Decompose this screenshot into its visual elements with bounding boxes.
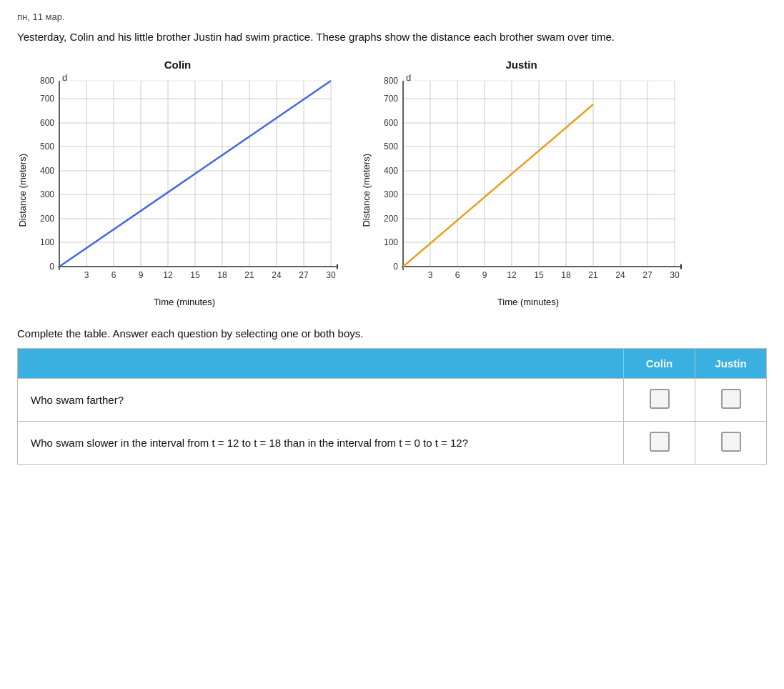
colin-checkbox-2[interactable] bbox=[650, 432, 670, 452]
colin-checkbox-1[interactable] bbox=[650, 389, 670, 409]
svg-text:200: 200 bbox=[384, 214, 398, 224]
svg-text:15: 15 bbox=[534, 270, 544, 280]
svg-text:400: 400 bbox=[40, 166, 54, 176]
svg-text:30: 30 bbox=[326, 270, 336, 280]
colin-y-axis-label: Distance (meters) bbox=[17, 154, 28, 227]
svg-text:3: 3 bbox=[84, 270, 89, 280]
svg-text:800: 800 bbox=[40, 76, 54, 86]
svg-text:0: 0 bbox=[49, 262, 54, 272]
svg-text:800: 800 bbox=[384, 76, 398, 86]
question-1-cell: Who swam farther? bbox=[18, 378, 624, 421]
colin-checkbox-1-cell bbox=[624, 378, 695, 421]
table-header-question bbox=[18, 348, 624, 378]
colin-graph-container: Colin Distance (meters) bbox=[17, 59, 338, 307]
justin-svg: d 0 100 200 300 400 500 600 700 800 3 6 … bbox=[374, 74, 682, 295]
question-2-cell: Who swam slower in the interval from t =… bbox=[18, 421, 624, 464]
svg-text:27: 27 bbox=[299, 270, 309, 280]
svg-text:d: d bbox=[406, 74, 411, 83]
justin-checkbox-1[interactable] bbox=[721, 389, 741, 409]
svg-text:12: 12 bbox=[507, 270, 517, 280]
svg-text:24: 24 bbox=[272, 270, 282, 280]
svg-text:600: 600 bbox=[384, 118, 398, 128]
colin-graph-inner: d 0 100 200 300 400 500 600 700 800 3 6 … bbox=[31, 74, 338, 307]
svg-text:30: 30 bbox=[670, 270, 680, 280]
colin-x-axis-label: Time (minutes) bbox=[31, 297, 338, 307]
svg-text:15: 15 bbox=[190, 270, 200, 280]
justin-graph-title: Justin bbox=[505, 59, 537, 71]
svg-text:18: 18 bbox=[217, 270, 227, 280]
justin-checkbox-2-cell bbox=[695, 421, 767, 464]
justin-graph-container: Justin Distance (meters) bbox=[361, 59, 682, 307]
svg-text:12: 12 bbox=[163, 270, 173, 280]
date-label: пн, 11 мар. bbox=[17, 11, 767, 22]
svg-marker-67 bbox=[680, 264, 682, 269]
svg-text:6: 6 bbox=[111, 270, 116, 280]
svg-text:21: 21 bbox=[244, 270, 254, 280]
colin-checkbox-2-cell bbox=[624, 421, 695, 464]
svg-text:700: 700 bbox=[384, 94, 398, 104]
table-header-row: Colin Justin bbox=[18, 348, 767, 378]
svg-text:300: 300 bbox=[384, 189, 398, 199]
svg-text:200: 200 bbox=[40, 214, 54, 224]
justin-x-axis-label: Time (minutes) bbox=[374, 297, 682, 307]
svg-text:100: 100 bbox=[40, 237, 54, 247]
svg-text:21: 21 bbox=[588, 270, 598, 280]
justin-graph-wrap: Distance (meters) bbox=[361, 74, 682, 307]
svg-text:3: 3 bbox=[428, 270, 433, 280]
svg-text:6: 6 bbox=[455, 270, 460, 280]
table-header-justin: Justin bbox=[695, 348, 767, 378]
svg-text:27: 27 bbox=[642, 270, 652, 280]
justin-graph-inner: d 0 100 200 300 400 500 600 700 800 3 6 … bbox=[374, 74, 682, 307]
justin-checkbox-1-cell bbox=[695, 378, 767, 421]
svg-text:18: 18 bbox=[561, 270, 571, 280]
svg-text:100: 100 bbox=[384, 237, 398, 247]
answer-table: Colin Justin Who swam farther? Who swam … bbox=[17, 348, 767, 465]
svg-text:300: 300 bbox=[40, 189, 54, 199]
table-row: Who swam slower in the interval from t =… bbox=[18, 421, 767, 464]
graphs-row: Colin Distance (meters) bbox=[17, 59, 767, 307]
svg-text:d: d bbox=[62, 74, 67, 83]
svg-text:500: 500 bbox=[40, 142, 54, 152]
svg-text:0: 0 bbox=[393, 262, 398, 272]
svg-text:9: 9 bbox=[139, 270, 144, 280]
question-intro-text: Complete the table. Answer each question… bbox=[17, 327, 767, 339]
svg-text:600: 600 bbox=[40, 118, 54, 128]
svg-text:700: 700 bbox=[40, 94, 54, 104]
table-header-colin: Colin bbox=[624, 348, 695, 378]
justin-y-axis-label: Distance (meters) bbox=[361, 154, 372, 227]
svg-text:500: 500 bbox=[384, 142, 398, 152]
svg-text:400: 400 bbox=[384, 166, 398, 176]
intro-text: Yesterday, Colin and his little brother … bbox=[17, 29, 660, 46]
colin-graph-wrap: Distance (meters) bbox=[17, 74, 338, 307]
colin-svg: d 0 100 200 300 400 500 600 700 800 3 6 … bbox=[31, 74, 338, 295]
colin-graph-title: Colin bbox=[164, 59, 192, 71]
table-row: Who swam farther? bbox=[18, 378, 767, 421]
svg-text:9: 9 bbox=[482, 270, 487, 280]
svg-text:24: 24 bbox=[615, 270, 625, 280]
justin-checkbox-2[interactable] bbox=[721, 432, 741, 452]
